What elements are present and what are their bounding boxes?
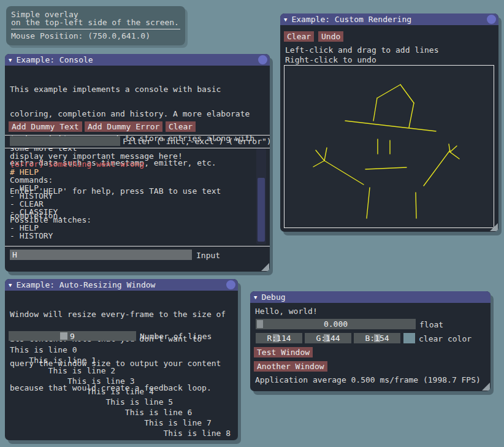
console-input-value: H xyxy=(12,250,17,259)
resize-grip[interactable] xyxy=(482,383,490,391)
collapse-arrow-icon[interactable]: ▼ xyxy=(9,57,12,63)
debug-window-title: Debug xyxy=(261,292,285,302)
console-input-label: Input xyxy=(196,251,220,260)
auto-resizing-window-title: Example: Auto-Resizing Window xyxy=(16,280,155,289)
filter-input[interactable] xyxy=(10,136,120,146)
clear-button[interactable]: Clear xyxy=(166,121,196,132)
log-line: - HISTORY xyxy=(10,192,255,200)
overlay-text-line2: on the top-left side of the screen. xyxy=(11,18,179,27)
color-red-value: R:114 xyxy=(256,333,302,343)
mouse-position-text: Mouse Position: (750.0,641.0) xyxy=(11,31,150,40)
this-is-line-text: This is line 1 xyxy=(10,355,231,365)
canvas-undo-button[interactable]: Undo xyxy=(318,31,343,42)
number-of-lines-label: Number of lines xyxy=(140,332,212,341)
log-line: Commands: xyxy=(10,176,255,184)
overlay-separator xyxy=(11,29,180,29)
console-window-title: Example: Console xyxy=(16,55,93,64)
intro-line: This example implements a console with b… xyxy=(10,85,254,93)
this-is-line-text: This is line 2 xyxy=(10,365,231,376)
clear-color-label: clear color xyxy=(419,334,472,343)
collapse-arrow-icon[interactable]: ▼ xyxy=(284,17,287,23)
console-command-input[interactable]: H xyxy=(10,250,192,260)
stick-figure-drawing xyxy=(284,66,494,227)
separator xyxy=(5,135,270,136)
collapse-arrow-icon[interactable]: ▼ xyxy=(254,294,257,300)
resize-grip[interactable] xyxy=(490,223,498,231)
this-is-line-text: This is line 8 xyxy=(10,428,231,438)
collapse-arrow-icon[interactable]: ▼ xyxy=(9,282,12,288)
color-green-slider[interactable]: G:144 xyxy=(305,333,351,343)
filter-label: Filter ("incl,-excl") ("error") xyxy=(123,137,270,146)
console-window: ▼ Example: Console This example implemen… xyxy=(5,54,270,272)
this-is-line-text: This is line 7 xyxy=(10,418,231,428)
this-is-line-text: This is line 3 xyxy=(10,376,231,386)
this-is-line-text: This is line 4 xyxy=(10,386,231,397)
auto-resize-lines: This is line 0 This is line 1 This is li… xyxy=(10,345,231,438)
simple-overlay-window: Simple overlay on the top-left side of t… xyxy=(6,6,185,45)
log-line: - HISTORY xyxy=(10,232,255,240)
resize-grip[interactable] xyxy=(261,263,269,271)
add-dummy-error-button[interactable]: Add Dummy Error xyxy=(85,121,162,132)
color-blue-slider[interactable]: B:154 xyxy=(354,333,400,343)
canvas-clear-button[interactable]: Clear xyxy=(284,31,314,42)
debug-titlebar[interactable]: ▼ Debug xyxy=(250,291,491,303)
custom-rendering-titlebar[interactable]: ▼ Example: Custom Rendering xyxy=(280,13,498,25)
separator xyxy=(5,246,270,246)
this-is-line-text: This is line 0 xyxy=(10,345,231,355)
log-scrollbar-thumb[interactable] xyxy=(258,178,265,242)
intro-line: coloring, completion and history. A more… xyxy=(10,110,254,118)
test-window-button[interactable]: Test Window xyxy=(254,347,313,357)
close-icon[interactable] xyxy=(487,15,496,24)
color-green-value: G:144 xyxy=(305,333,351,343)
fps-stats-text: Application average 0.500 ms/frame (1998… xyxy=(255,375,481,384)
canvas-hint2: Right-click to undo xyxy=(285,55,376,64)
slider-value: 9 xyxy=(9,331,136,341)
custom-rendering-window-title: Example: Custom Rendering xyxy=(291,15,411,24)
another-window-button[interactable]: Another Window xyxy=(254,361,327,372)
number-of-lines-slider[interactable]: 9 xyxy=(9,331,136,341)
drawing-canvas[interactable] xyxy=(284,65,494,228)
color-red-slider[interactable]: R:114 xyxy=(256,333,302,343)
close-icon[interactable] xyxy=(226,280,235,289)
debug-window: ▼ Debug Hello, world! 0.000 float R:114 … xyxy=(250,291,491,391)
custom-rendering-window: ▼ Example: Custom Rendering Clear Undo L… xyxy=(280,13,498,232)
canvas-hint1: Left-click and drag to add lines xyxy=(285,45,438,55)
auto-resizing-titlebar[interactable]: ▼ Example: Auto-Resizing Window xyxy=(5,279,238,291)
close-icon[interactable] xyxy=(258,55,267,64)
console-titlebar[interactable]: ▼ Example: Console xyxy=(5,54,270,66)
imgui-desktop: { "colors": { "accent_titlebar": "#4a4e8… xyxy=(0,0,504,447)
log-line: [error] something went wrong xyxy=(10,160,255,168)
log-line: Possible matches: xyxy=(10,216,255,224)
color-blue-value: B:154 xyxy=(354,333,400,343)
float-slider[interactable]: 0.000 xyxy=(256,319,416,329)
auto-resizing-window: ▼ Example: Auto-Resizing Window Window w… xyxy=(5,279,238,440)
log-scrollbar[interactable] xyxy=(256,148,266,244)
this-is-line-text: This is line 6 xyxy=(10,407,231,418)
desc-line: Window will resize every-frame to the si… xyxy=(10,310,226,318)
float-label: float xyxy=(419,320,443,329)
hello-world-text: Hello, world! xyxy=(255,307,318,316)
add-dummy-text-button[interactable]: Add Dummy Text xyxy=(9,121,82,132)
console-log-region[interactable]: some more textdisplay very important mes… xyxy=(10,148,255,244)
this-is-line-text: This is line 5 xyxy=(10,397,231,407)
clear-color-swatch[interactable] xyxy=(403,333,415,343)
float-slider-value: 0.000 xyxy=(256,319,416,329)
